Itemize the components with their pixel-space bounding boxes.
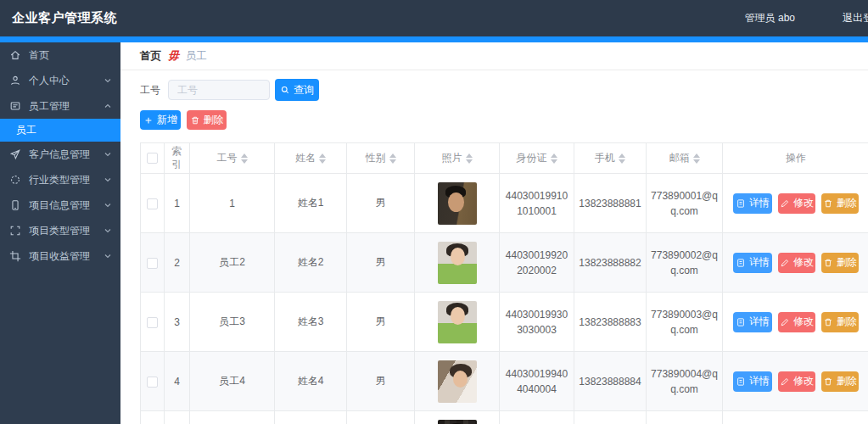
sidebar-item-label: 项目信息管理: [29, 198, 104, 213]
delete-row-button[interactable]: 删除: [821, 253, 859, 273]
trash-icon: [823, 258, 833, 268]
add-button[interactable]: 新增: [140, 110, 181, 130]
sidebar-item-project-info[interactable]: 项目信息管理: [0, 192, 120, 218]
index-cell: 3: [165, 293, 190, 352]
email-cell: 773890003@qq.com: [647, 293, 723, 352]
col-header-gender[interactable]: 性别: [347, 143, 415, 174]
row-checkbox[interactable]: [147, 258, 158, 269]
trash-icon: [823, 317, 833, 327]
phone-cell: 13823888881: [574, 174, 647, 233]
select-all-cell: [141, 143, 165, 174]
sort-icon[interactable]: [466, 153, 473, 164]
sort-icon[interactable]: [551, 153, 557, 164]
sidebar-item-employee-management[interactable]: 员工管理: [0, 93, 120, 119]
sidebar-item-label: 个人中心: [29, 74, 104, 88]
search-form: 工号 查询: [140, 79, 868, 101]
table-header-row: 索引 工号 姓名 性别 照片 身份证 手机 邮箱 操作: [141, 143, 868, 174]
fullscreen-icon: [9, 225, 21, 237]
edit-button-label: 修改: [793, 315, 814, 329]
name-cell: 姓名3: [275, 293, 347, 352]
delete-row-button[interactable]: 删除: [821, 312, 859, 332]
search-input[interactable]: [168, 80, 270, 100]
col-header-label: 姓名: [295, 152, 316, 165]
table-row: 1 1 姓名1 男 440300199101010001 13823888881…: [141, 174, 868, 233]
sort-icon[interactable]: [241, 153, 248, 164]
row-checkbox[interactable]: [147, 198, 158, 209]
document-icon: [736, 317, 746, 327]
gender-cell: 男: [347, 293, 415, 352]
sidebar-item-home[interactable]: 首页: [0, 42, 120, 68]
sort-icon[interactable]: [389, 153, 396, 164]
detail-button[interactable]: 详情: [733, 193, 772, 214]
edit-button[interactable]: 修改: [778, 371, 815, 392]
edit-button[interactable]: 修改: [778, 193, 815, 214]
photo-cell: [415, 411, 500, 424]
operations-cell: 详情 修改 删除: [723, 233, 868, 293]
gender-cell: 男: [347, 233, 415, 293]
table-row: 3 员工3 姓名3 男 440300199303030003 138238888…: [141, 293, 868, 352]
sort-icon[interactable]: [619, 153, 625, 164]
detail-button-label: 详情: [749, 255, 770, 270]
edit-button-label: 修改: [793, 196, 814, 210]
breadcrumb-current: 员工: [186, 49, 207, 64]
col-header-photo[interactable]: 照片: [415, 143, 500, 174]
sidebar-item-customer-info[interactable]: 客户信息管理: [0, 142, 120, 167]
chevron-down-icon: [104, 150, 112, 159]
edit-button[interactable]: 修改: [778, 312, 815, 332]
select-all-checkbox[interactable]: [147, 153, 158, 164]
employee-photo: [438, 242, 477, 284]
crop-icon: [9, 250, 21, 262]
row-checkbox[interactable]: [147, 317, 158, 328]
gender-cell: 男: [347, 174, 415, 233]
col-header-email[interactable]: 邮箱: [647, 143, 723, 174]
sidebar-item-employee-active[interactable]: 员工: [0, 119, 120, 142]
detail-button[interactable]: 详情: [733, 253, 772, 273]
logout-link[interactable]: 退出登录: [843, 11, 868, 25]
phone-cell: 13823888882: [574, 233, 647, 293]
sort-icon[interactable]: [319, 153, 326, 164]
empno-cell: 员工2: [190, 233, 275, 293]
idcard-cell: [500, 411, 574, 424]
sidebar-item-personal-center[interactable]: 个人中心: [0, 68, 120, 93]
delete-button[interactable]: 删除: [187, 110, 227, 130]
delete-row-button[interactable]: 删除: [821, 193, 859, 214]
employee-photo: [438, 420, 477, 424]
search-button[interactable]: 查询: [275, 79, 319, 101]
email-cell: 773890004@qq.com: [647, 352, 723, 411]
col-header-empno[interactable]: 工号: [190, 143, 275, 174]
sidebar-item-label: 项目类型管理: [29, 224, 104, 238]
col-header-label: 索引: [172, 145, 182, 170]
detail-button[interactable]: 详情: [733, 371, 772, 392]
send-icon: [9, 148, 21, 160]
col-header-name[interactable]: 姓名: [275, 143, 347, 174]
edit-button[interactable]: 修改: [778, 253, 815, 273]
employee-table: 索引 工号 姓名 性别 照片 身份证 手机 邮箱 操作 1 1 姓名1: [140, 142, 868, 424]
delete-row-button-label: 删除: [837, 374, 857, 388]
idcard-cell: 440300199404040004: [500, 352, 574, 411]
col-header-label: 工号: [217, 152, 238, 165]
pencil-icon: [780, 198, 790, 209]
detail-button[interactable]: 详情: [733, 312, 772, 332]
row-checkbox[interactable]: [147, 377, 158, 388]
email-cell: 773890001@qq.com: [647, 174, 723, 233]
email-cell: 773890002@qq.com: [647, 233, 723, 293]
col-header-label: 照片: [442, 152, 462, 165]
breadcrumb-separator-icon: 毋: [168, 48, 179, 64]
col-header-operations: 操作: [723, 143, 868, 174]
index-cell: 2: [165, 233, 190, 293]
chevron-down-icon: [104, 176, 112, 184]
sidebar-item-project-type[interactable]: 项目类型管理: [0, 218, 120, 243]
employee-panel: 工号 查询 新增 删除: [120, 79, 868, 424]
breadcrumb-home[interactable]: 首页: [140, 49, 161, 64]
delete-row-button[interactable]: 删除: [821, 371, 859, 392]
document-icon: [736, 377, 746, 387]
row-select-cell: [141, 293, 165, 352]
sidebar-item-industry-type[interactable]: 行业类型管理: [0, 167, 120, 192]
col-header-phone[interactable]: 手机: [574, 143, 647, 174]
operations-cell: [723, 411, 868, 424]
name-cell: [275, 411, 347, 424]
sort-icon[interactable]: [693, 153, 700, 164]
col-header-idcard[interactable]: 身份证: [500, 143, 574, 174]
photo-cell: [415, 233, 500, 293]
sidebar-item-project-revenue[interactable]: 项目收益管理: [0, 243, 120, 269]
